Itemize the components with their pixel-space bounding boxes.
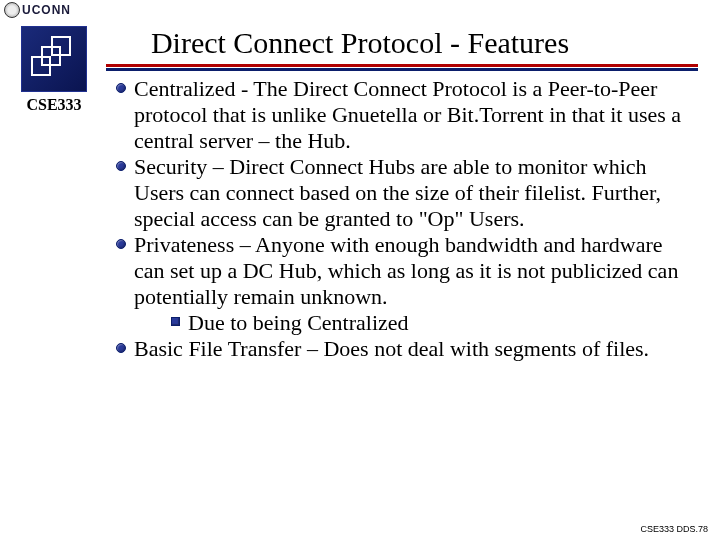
bullet-text-line: Privateness – Anyone with enough bandwid… xyxy=(134,232,678,309)
slide-footer: CSE333 DDS.78 xyxy=(640,524,708,534)
content-area: Centralized - The Direct Connect Protoco… xyxy=(108,76,698,361)
cse-dept-logo xyxy=(21,26,87,92)
bullet-text: Security – Direct Connect Hubs are able … xyxy=(134,154,698,232)
title-underline xyxy=(106,64,698,71)
bullet-marker xyxy=(108,336,134,353)
sub-bullet-marker xyxy=(162,310,188,326)
square-bullet-icon xyxy=(171,317,180,326)
course-label: CSE333 xyxy=(4,96,104,114)
sub-bullet-item: Due to being Centralized xyxy=(162,310,698,336)
header-bar: UCONN xyxy=(0,0,720,20)
circle-bullet-icon xyxy=(116,161,126,171)
circle-bullet-icon xyxy=(116,343,126,353)
stacked-squares-icon xyxy=(28,33,82,87)
uconn-seal-icon xyxy=(4,2,20,18)
bullet-text: Privateness – Anyone with enough bandwid… xyxy=(134,232,698,336)
bullet-text: Basic File Transfer – Does not deal with… xyxy=(134,336,649,362)
slide-title: Direct Connect Protocol - Features xyxy=(0,26,720,60)
bullet-item: Centralized - The Direct Connect Protoco… xyxy=(108,76,698,154)
bullet-item: Basic File Transfer – Does not deal with… xyxy=(108,336,698,362)
bullet-item: Privateness – Anyone with enough bandwid… xyxy=(108,232,698,336)
bullet-marker xyxy=(108,232,134,249)
circle-bullet-icon xyxy=(116,83,126,93)
bullet-marker xyxy=(108,76,134,93)
uconn-logo: UCONN xyxy=(4,2,71,18)
bullet-text: Centralized - The Direct Connect Protoco… xyxy=(134,76,698,154)
bullet-marker xyxy=(108,154,134,171)
circle-bullet-icon xyxy=(116,239,126,249)
uconn-text: UCONN xyxy=(22,3,71,17)
sub-bullet-text: Due to being Centralized xyxy=(188,310,409,336)
left-sidebar: CSE333 xyxy=(4,24,104,114)
bullet-item: Security – Direct Connect Hubs are able … xyxy=(108,154,698,232)
